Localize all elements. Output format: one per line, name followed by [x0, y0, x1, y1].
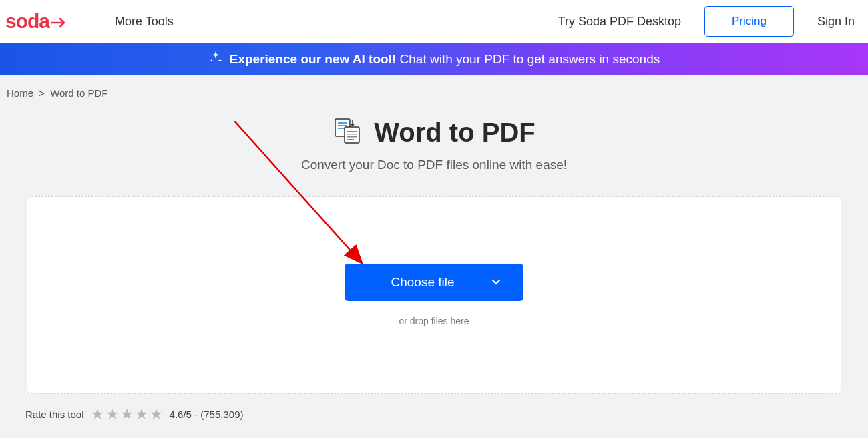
rating-row: Rate this tool 4.6/5 - (755,309) [0, 394, 868, 421]
star-icon[interactable] [105, 407, 119, 421]
choose-file-button[interactable]: Choose file [345, 264, 523, 301]
page-title: Word to PDF [374, 118, 535, 148]
rate-label: Rate this tool [25, 409, 84, 420]
title-row: Word to PDF [0, 116, 868, 148]
arrow-icon [51, 10, 68, 33]
breadcrumb-sep: > [39, 87, 45, 99]
star-icon[interactable] [91, 407, 104, 421]
drop-hint: or drop files here [399, 316, 469, 326]
signin-link[interactable]: Sign In [817, 15, 855, 29]
svg-rect-1 [338, 122, 347, 124]
ai-banner[interactable]: Experience our new AI tool! Chat with yo… [0, 43, 868, 75]
main-content: Word to PDF Convert your Doc to PDF file… [0, 116, 868, 394]
drop-area[interactable]: Choose file or drop files here [27, 196, 841, 394]
word-to-pdf-icon [333, 116, 362, 148]
logo-text: soda [5, 10, 49, 33]
svg-rect-8 [347, 139, 354, 140]
logo[interactable]: soda [5, 10, 68, 33]
svg-rect-5 [347, 131, 357, 132]
breadcrumb-home[interactable]: Home [7, 87, 33, 99]
star-icon[interactable] [135, 407, 148, 421]
page-subtitle: Convert your Doc to PDF files online wit… [0, 158, 868, 172]
svg-rect-3 [338, 128, 345, 129]
try-desktop-link[interactable]: Try Soda PDF Desktop [558, 15, 681, 29]
choose-file-label: Choose file [391, 275, 454, 290]
svg-rect-2 [338, 125, 347, 126]
rating-text: 4.6/5 - (755,309) [170, 409, 244, 420]
header: soda More Tools Try Soda PDF Desktop Pri… [0, 0, 868, 43]
sparkle-icon [208, 50, 223, 68]
svg-rect-7 [347, 136, 357, 138]
breadcrumb: Home > Word to PDF [0, 75, 868, 111]
chevron-down-icon [491, 275, 501, 290]
stars[interactable] [91, 407, 163, 421]
pricing-button[interactable]: Pricing [704, 6, 794, 37]
breadcrumb-current: Word to PDF [50, 87, 107, 99]
banner-bold: Experience our new AI tool! [230, 52, 397, 66]
banner-rest: Chat with your PDF to get answers in sec… [400, 52, 660, 66]
svg-rect-4 [345, 127, 359, 143]
star-icon[interactable] [150, 407, 163, 421]
star-icon[interactable] [120, 407, 134, 421]
svg-rect-6 [347, 134, 357, 135]
header-right: Try Soda PDF Desktop Pricing Sign In [558, 6, 855, 37]
more-tools-link[interactable]: More Tools [115, 15, 174, 29]
banner-text: Experience our new AI tool! Chat with yo… [230, 52, 660, 67]
